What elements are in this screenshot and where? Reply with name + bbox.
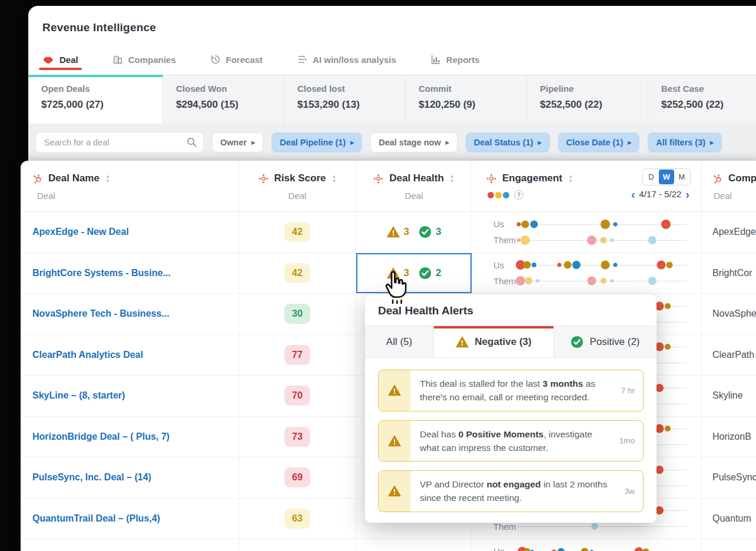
engagement-dot[interactable] [601, 220, 610, 229]
engagement-dot[interactable] [516, 276, 525, 286]
deal-health-cell[interactable] [356, 539, 472, 551]
engagement-dot[interactable] [532, 263, 536, 267]
sort-icon[interactable]: ▲▼ [331, 174, 336, 183]
engagement-dot[interactable] [600, 237, 606, 243]
sort-icon[interactable]: ▲▼ [450, 174, 455, 183]
deal-name-link[interactable]: BrightCore Systems - Busine... [21, 253, 239, 294]
engagement-dot[interactable] [536, 279, 539, 283]
deal-name-link[interactable]: ApexEdge - New Deal [21, 212, 239, 253]
engagement-dot[interactable] [520, 235, 530, 245]
deal-name-link[interactable]: HorizonBridge Deal – ( Plus, 7) [21, 417, 239, 457]
warning-icon [379, 421, 410, 462]
deal-name-link[interactable]: PulseSync, Inc. Deal – (14) [21, 457, 239, 498]
engagement-dot[interactable] [601, 261, 609, 270]
engagement-dot[interactable] [522, 220, 529, 228]
popup-tab-negative[interactable]: Negative (3) [434, 326, 554, 357]
engagement-dot[interactable] [614, 222, 618, 226]
tab-ai-win-loss-analysis[interactable]: AI win/loss analysis [297, 54, 396, 74]
tab-reports[interactable]: Reports [430, 54, 480, 74]
alert-card[interactable]: Deal has 0 Positive Moments, investigate… [378, 420, 644, 462]
engagement-dot[interactable] [530, 220, 538, 228]
engagement-dot[interactable] [655, 384, 664, 392]
engagement-dot[interactable] [525, 277, 532, 284]
column-header-engagement[interactable]: Engagement ▲▼ ? DWM ‹ 4/17 - 5/22 › [472, 161, 702, 211]
search-input[interactable] [35, 132, 204, 153]
engagement-dot[interactable] [587, 235, 596, 245]
date-range-nav: ‹ 4/17 - 5/22 › [631, 189, 689, 199]
deal-name-link[interactable]: SkyLine – (8, starter) [21, 376, 239, 416]
prev-range-icon[interactable]: ‹ [631, 190, 635, 199]
next-range-icon[interactable]: › [685, 190, 689, 199]
summary-card-pipeline[interactable]: Pipeline $252,500 (22) [527, 75, 648, 124]
sort-icon[interactable]: ▲▼ [105, 174, 110, 183]
deal-name-link[interactable]: QuantumTrail Deal – (Plus,4) [21, 499, 239, 539]
column-header-risk-score[interactable]: Risk Score ▲▼ Deal [239, 161, 356, 211]
engagement-dot[interactable] [648, 236, 656, 244]
engagement-dot[interactable] [656, 261, 665, 270]
sort-icon[interactable]: ▲▼ [568, 174, 573, 183]
engagement-dot[interactable] [601, 278, 606, 284]
engagement-dot[interactable] [655, 506, 664, 515]
property-icon [486, 174, 496, 184]
engagement-dot[interactable] [667, 262, 673, 268]
tab-deal[interactable]: Deal [42, 54, 78, 74]
filter-chip-deal-stage-now[interactable]: Deal stage now ▸ [370, 132, 457, 152]
negative-alerts[interactable]: 3 [387, 226, 409, 238]
risk-score-badge: 42 [284, 263, 310, 283]
filter-chip-deal-status-1[interactable]: Deal Status (1) ▸ [466, 132, 550, 152]
summary-card-commit[interactable]: Commit $120,250 (9) [406, 75, 527, 124]
popup-tab-positive[interactable]: Positive (2) [554, 326, 656, 357]
column-header-deal-name[interactable]: Deal Name ▲▼ Deal [21, 161, 239, 211]
summary-card-closed-lost[interactable]: Closed lost $153,290 (13) [284, 75, 406, 124]
engagement-dot[interactable] [665, 344, 671, 350]
engagement-dot[interactable] [558, 548, 565, 551]
filter-chip-close-date-1[interactable]: Close Date (1) ▸ [558, 132, 640, 152]
engagement-dot[interactable] [572, 261, 581, 269]
engagement-dot[interactable] [564, 261, 572, 269]
summary-card-label: Best Case [661, 84, 756, 94]
engagement-dot[interactable] [648, 277, 656, 285]
filter-chip-deal-pipeline-1[interactable]: Deal Pipeline (1) ▸ [271, 132, 362, 152]
engagement-view-w[interactable]: W [659, 170, 674, 184]
summary-card-best-case[interactable]: Best Case $252,500 (22) [648, 75, 756, 124]
engagement-dot[interactable] [523, 261, 531, 269]
engagement-dot[interactable] [517, 238, 520, 242]
summary-card-open-deals[interactable]: Open Deals $725,000 (27) [28, 75, 163, 124]
filter-chip-owner[interactable]: Owner ▸ [212, 132, 263, 152]
engagement-dot[interactable] [523, 548, 530, 551]
column-header-deal-health[interactable]: Deal Health ▲▼ Deal [356, 161, 472, 211]
summary-card-closed-won[interactable]: Closed Won $294,500 (15) [163, 75, 284, 124]
engagement-dot[interactable] [581, 547, 589, 551]
engagement-dot[interactable] [516, 222, 520, 226]
engagement-dot[interactable] [592, 523, 598, 530]
tab-forecast[interactable]: Forecast [210, 54, 263, 74]
filter-chip-all-filters-3[interactable]: All filters (3) ▸ [648, 132, 722, 152]
positive-alerts[interactable]: 2 [419, 267, 441, 280]
engagement-view-d[interactable]: D [644, 170, 659, 184]
alert-card[interactable]: This deal is stalled for the last 3 mont… [378, 370, 644, 411]
engagement-dot[interactable] [661, 220, 671, 229]
engagement-dot[interactable] [587, 277, 596, 286]
column-header-company[interactable]: Comp Deal [702, 161, 756, 211]
engagement-dot[interactable] [610, 238, 614, 242]
summary-card-value: $294,500 (15) [176, 99, 284, 111]
engagement-dot[interactable] [665, 426, 671, 431]
deal-name-link[interactable]: ClearPath Analytics Deal [21, 335, 239, 376]
deal-health-cell[interactable]: 32 [356, 253, 472, 294]
alert-card[interactable]: VP and Director not engaged in last 2 mo… [378, 470, 644, 512]
engagement-dot[interactable] [558, 263, 562, 267]
deal-name-link[interactable] [21, 539, 239, 551]
help-icon[interactable]: ? [514, 190, 523, 200]
engagement-view-m[interactable]: M [674, 170, 689, 184]
engagement-dot[interactable] [614, 263, 618, 267]
deal-name-link[interactable]: NovaSphere Tech - Business... [21, 294, 239, 334]
positive-alerts[interactable]: 3 [419, 225, 441, 238]
tab-companies[interactable]: Companies [112, 54, 176, 74]
nav-label: Deal [59, 55, 78, 65]
engagement-dot[interactable] [655, 466, 664, 474]
engagement-dot[interactable] [642, 548, 649, 551]
popup-tab-all[interactable]: All (5) [365, 326, 434, 357]
engagement-dot[interactable] [610, 279, 614, 283]
engagement-dot[interactable] [665, 303, 671, 309]
deal-health-cell[interactable]: 33 [356, 212, 472, 253]
